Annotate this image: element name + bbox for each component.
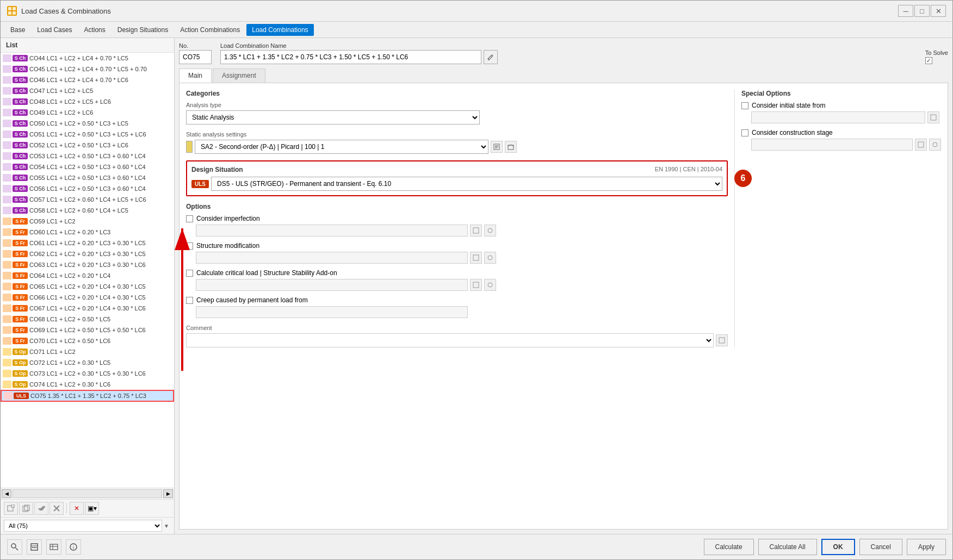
- list-item[interactable]: S ChCO57 LC1 + LC2 + 0.60 * LC4 + LC5 + …: [1, 194, 174, 205]
- item-text: CO65 LC1 + LC2 + 0.20 * LC4 + 0.30 * LC5: [29, 283, 146, 290]
- consider-imperfection-checkbox[interactable]: [186, 215, 193, 222]
- list-item[interactable]: S ChCO44 LC1 + LC2 + LC4 + 0.70 * LC5: [1, 53, 174, 64]
- list-item[interactable]: S ChCO49 LC1 + LC2 + LC6: [1, 107, 174, 118]
- list-item[interactable]: S OpCO71 LC1 + LC2: [1, 346, 174, 357]
- tab-assignment[interactable]: Assignment: [213, 69, 265, 83]
- construction-stage-checkbox[interactable]: [741, 129, 748, 136]
- tab-main[interactable]: Main: [179, 69, 212, 83]
- list-item[interactable]: S ChCO48 LC1 + LC2 + LC5 + LC6: [1, 96, 174, 107]
- structure-modification-checkbox[interactable]: [186, 242, 193, 250]
- list-item[interactable]: S FrCO67 LC1 + LC2 + 0.20 * LC4 + 0.30 *…: [1, 303, 174, 314]
- ds-code: EN 1990 | CEN | 2010-04: [655, 166, 722, 173]
- list-item[interactable]: S OpCO73 LC1 + LC2 + 0.30 * LC5 + 0.30 *…: [1, 368, 174, 379]
- item-badge: S Ch: [13, 109, 28, 116]
- list-item[interactable]: S FrCO68 LC1 + LC2 + 0.50 * LC5: [1, 314, 174, 325]
- maximize-button[interactable]: □: [914, 5, 930, 17]
- construction-stage-browse-btn[interactable]: [929, 139, 941, 151]
- two-columns: Categories Analysis type Static Analysis…: [186, 90, 941, 347]
- add-button[interactable]: [4, 502, 18, 515]
- creep-checkbox[interactable]: [186, 297, 193, 304]
- menu-design-situations[interactable]: Design Situations: [112, 24, 174, 36]
- list-item[interactable]: S ChCO55 LC1 + LC2 + 0.50 * LC3 + 0.60 *…: [1, 172, 174, 183]
- consider-imperfection-edit-btn[interactable]: [470, 225, 482, 237]
- calculate-all-button[interactable]: Calculate All: [758, 539, 817, 555]
- construction-stage-edit-btn[interactable]: [915, 139, 927, 151]
- list-item[interactable]: S FrCO63 LC1 + LC2 + 0.20 * LC3 + 0.30 *…: [1, 259, 174, 270]
- apply-button[interactable]: Apply: [907, 539, 946, 555]
- list-item[interactable]: S ChCO53 LC1 + LC2 + 0.50 * LC3 + 0.60 *…: [1, 151, 174, 161]
- menu-actions[interactable]: Actions: [78, 24, 110, 36]
- edit-name-button[interactable]: [484, 50, 498, 64]
- list-item[interactable]: S ChCO54 LC1 + LC2 + 0.50 * LC3 + 0.60 *…: [1, 161, 174, 172]
- structure-modification-browse-btn[interactable]: [484, 252, 496, 264]
- list-item[interactable]: S ChCO58 LC1 + LC2 + 0.60 * LC4 + LC5: [1, 205, 174, 216]
- construction-stage-field: [751, 139, 913, 151]
- check-all-button[interactable]: [34, 502, 48, 515]
- list-item[interactable]: S FrCO70 LC1 + LC2 + 0.50 * LC6: [1, 335, 174, 346]
- list-item[interactable]: S ChCO52 LC1 + LC2 + 0.50 * LC3 + LC6: [1, 140, 174, 151]
- list-item[interactable]: S ChCO50 LC1 + LC2 + 0.50 * LC3 + LC5: [1, 118, 174, 129]
- app-icon: [7, 6, 17, 16]
- scroll-left-button[interactable]: ◀: [2, 489, 11, 498]
- list-item[interactable]: S FrCO64 LC1 + LC2 + 0.20 * LC4: [1, 270, 174, 281]
- list-item[interactable]: S ChCO45 LC1 + LC2 + LC4 + 0.70 * LC5 + …: [1, 64, 174, 74]
- list-item[interactable]: S FrCO61 LC1 + LC2 + 0.20 * LC3 + 0.30 *…: [1, 238, 174, 248]
- calculate-critical-checkbox[interactable]: [186, 270, 193, 277]
- design-situation-select[interactable]: DS5 - ULS (STR/GEO) - Permanent and tran…: [211, 177, 722, 191]
- static-analysis-browse-button[interactable]: [505, 141, 517, 153]
- menu-load-combinations[interactable]: Load Combinations: [246, 24, 313, 36]
- list-item[interactable]: S ChCO51 LC1 + LC2 + 0.50 * LC3 + LC5 + …: [1, 129, 174, 140]
- scroll-right-button[interactable]: ▶: [163, 489, 173, 498]
- list-item[interactable]: S FrCO62 LC1 + LC2 + 0.20 * LC3 + 0.30 *…: [1, 248, 174, 259]
- structure-modification-edit-btn[interactable]: [470, 252, 482, 264]
- no-input[interactable]: [179, 50, 212, 64]
- ok-button[interactable]: OK: [821, 539, 855, 555]
- consider-imperfection-input-row: [186, 225, 728, 237]
- menu-load-cases[interactable]: Load Cases: [32, 24, 77, 36]
- list-item[interactable]: S FrCO69 LC1 + LC2 + 0.50 * LC5 + 0.50 *…: [1, 325, 174, 335]
- to-solve-label: To Solve: [925, 49, 948, 56]
- info-icon-button[interactable]: i: [66, 539, 81, 555]
- list-item[interactable]: S FrCO65 LC1 + LC2 + 0.20 * LC4 + 0.30 *…: [1, 281, 174, 292]
- static-analysis-edit-button[interactable]: [491, 141, 503, 153]
- calculate-critical-browse-btn[interactable]: [484, 279, 496, 291]
- consider-imperfection-browse-btn[interactable]: [484, 225, 496, 237]
- table-icon-button[interactable]: [46, 539, 61, 555]
- list-item[interactable]: S FrCO60 LC1 + LC2 + 0.20 * LC3: [1, 227, 174, 238]
- menu-action-combinations[interactable]: Action Combinations: [175, 24, 245, 36]
- calculator-icon-button[interactable]: [27, 539, 42, 555]
- item-color: [3, 185, 11, 192]
- copy-button[interactable]: [19, 502, 33, 515]
- list-item[interactable]: S OpCO72 LC1 + LC2 + 0.30 * LC5: [1, 357, 174, 368]
- list-item[interactable]: S ChCO46 LC1 + LC2 + LC4 + 0.70 * LC6: [1, 74, 174, 85]
- main-window: Load Cases & Combinations ─ □ ✕ Base Loa…: [0, 0, 953, 560]
- initial-state-checkbox[interactable]: [741, 102, 748, 109]
- initial-state-browse-btn[interactable]: [927, 111, 939, 123]
- to-solve-checkbox[interactable]: [925, 57, 932, 64]
- delete-button[interactable]: ✕: [70, 502, 84, 515]
- list-item[interactable]: S ChCO56 LC1 + LC2 + 0.50 * LC3 + 0.60 *…: [1, 183, 174, 194]
- menu-base[interactable]: Base: [5, 24, 30, 36]
- search-icon-button[interactable]: [7, 539, 22, 555]
- minimize-button[interactable]: ─: [898, 5, 913, 17]
- static-analysis-select[interactable]: SA2 - Second-order (P-Δ) | Picard | 100 …: [195, 140, 488, 154]
- view-select-button[interactable]: ▣▾: [85, 502, 99, 515]
- svg-rect-24: [918, 142, 924, 147]
- calculate-critical-edit-btn[interactable]: [470, 279, 482, 291]
- calculate-button[interactable]: Calculate: [704, 539, 754, 555]
- list-item[interactable]: S ChCO47 LC1 + LC2 + LC5: [1, 85, 174, 96]
- analysis-type-select[interactable]: Static Analysis: [186, 110, 480, 125]
- list-item[interactable]: S OpCO74 LC1 + LC2 + 0.30 * LC6: [1, 379, 174, 390]
- filter-select[interactable]: All (75): [4, 520, 162, 532]
- cancel-button[interactable]: Cancel: [859, 539, 902, 555]
- list-item[interactable]: ULSCO75 1.35 * LC1 + 1.35 * LC2 + 0.75 *…: [1, 390, 174, 402]
- horizontal-scrollbar[interactable]: ◀ ▶: [1, 488, 174, 499]
- scroll-track[interactable]: [13, 489, 162, 498]
- list-item[interactable]: S FrCO59 LC1 + LC2: [1, 216, 174, 227]
- name-input[interactable]: [220, 50, 481, 64]
- uncheck-all-button[interactable]: [49, 502, 64, 515]
- list-item[interactable]: S FrCO66 LC1 + LC2 + 0.20 * LC4 + 0.30 *…: [1, 292, 174, 303]
- comment-btn[interactable]: [716, 334, 728, 346]
- close-button[interactable]: ✕: [931, 5, 946, 17]
- comment-select[interactable]: [186, 333, 714, 347]
